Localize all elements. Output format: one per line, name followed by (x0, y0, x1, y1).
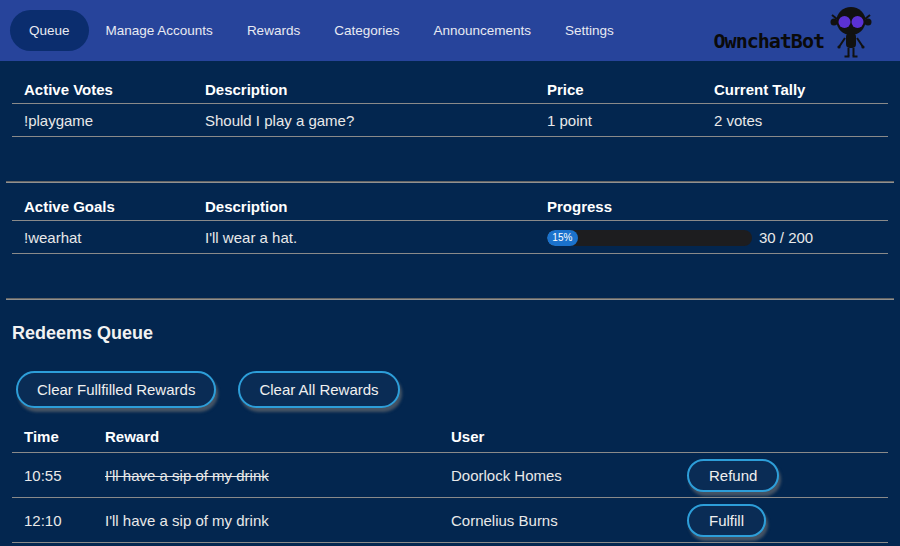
nav-tab-settings[interactable]: Settings (548, 10, 631, 51)
votes-header-price: Price (535, 61, 702, 104)
goal-description: I'll wear a hat. (193, 221, 535, 254)
logo-text: OwnchatBot (714, 29, 824, 53)
vote-command: !playgame (12, 104, 193, 137)
nav-tab-announcements[interactable]: Announcements (416, 10, 548, 51)
active-goals-table: Active Goals Description Progress !wearh… (12, 183, 888, 254)
vote-tally: 2 votes (702, 104, 888, 137)
redeem-reward-text: I'll have a sip of my drink (105, 512, 269, 529)
redeems-header-time: Time (12, 410, 93, 453)
goals-header-command: Active Goals (12, 183, 193, 221)
table-row: !wearhat I'll wear a hat. 15% 30 / 200 (12, 221, 888, 254)
redeem-reward: I'll have a sip of my drink (93, 453, 439, 498)
redeem-user: Doorlock Homes (439, 453, 675, 498)
redeems-header-row: Time Reward User (12, 410, 888, 453)
redeems-queue-title: Redeems Queue (12, 323, 888, 344)
redeems-queue-section: Redeems Queue Clear Fullfilled Rewards C… (12, 323, 888, 543)
redeem-reward: I'll have a sip of my drink (93, 498, 439, 543)
main-content: Active Votes Description Price Current T… (12, 61, 888, 543)
redeems-header-reward: Reward (93, 410, 439, 453)
redeem-time: 10:55 (12, 453, 93, 498)
robot-mascot-icon (826, 3, 876, 59)
redeems-header-user: User (439, 410, 675, 453)
goal-progress-cell: 15% 30 / 200 (535, 221, 888, 254)
goals-header-row: Active Goals Description Progress (12, 183, 888, 221)
table-row: 12:10 I'll have a sip of my drink Cornel… (12, 498, 888, 543)
redeem-action-cell: Fulfill (675, 498, 888, 543)
votes-header-tally: Current Tally (702, 61, 888, 104)
votes-header-row: Active Votes Description Price Current T… (12, 61, 888, 104)
top-nav: Queue Manage Accounts Rewards Categories… (0, 0, 900, 61)
votes-header-description: Description (193, 61, 535, 104)
refund-button[interactable]: Refund (687, 459, 779, 492)
vote-description: Should I play a game? (193, 104, 535, 137)
progress-fill: 15% (547, 230, 578, 246)
goal-command: !wearhat (12, 221, 193, 254)
redeem-time: 12:10 (12, 498, 93, 543)
redeems-header-action (675, 410, 888, 453)
table-row: 10:55 I'll have a sip of my drink Doorlo… (12, 453, 888, 498)
app-logo: OwnchatBot (714, 0, 890, 61)
vote-price: 1 point (535, 104, 702, 137)
nav-tab-manage-accounts[interactable]: Manage Accounts (89, 10, 230, 51)
redeems-table: Time Reward User 10:55 I'll have a sip o… (12, 410, 888, 543)
clear-all-rewards-button[interactable]: Clear All Rewards (238, 371, 399, 408)
nav-tab-rewards[interactable]: Rewards (230, 10, 317, 51)
table-row: !playgame Should I play a game? 1 point … (12, 104, 888, 137)
active-votes-table: Active Votes Description Price Current T… (12, 61, 888, 137)
nav-tab-categories[interactable]: Categories (317, 10, 416, 51)
votes-header-command: Active Votes (12, 61, 193, 104)
nav-tab-queue[interactable]: Queue (10, 10, 89, 51)
fulfill-button[interactable]: Fulfill (687, 504, 766, 537)
redeems-actions: Clear Fullfilled Rewards Clear All Rewar… (16, 371, 888, 408)
divider (6, 298, 894, 300)
redeem-reward-text: I'll have a sip of my drink (105, 467, 269, 484)
progress-count-text: 30 / 200 (759, 229, 813, 246)
redeem-action-cell: Refund (675, 453, 888, 498)
goals-header-description: Description (193, 183, 535, 221)
progress-percent-label: 15% (552, 232, 572, 243)
redeem-user: Cornelius Burns (439, 498, 675, 543)
goal-progress-bar: 15% (547, 230, 752, 246)
goals-header-progress: Progress (535, 183, 888, 221)
clear-fulfilled-rewards-button[interactable]: Clear Fullfilled Rewards (16, 371, 216, 408)
